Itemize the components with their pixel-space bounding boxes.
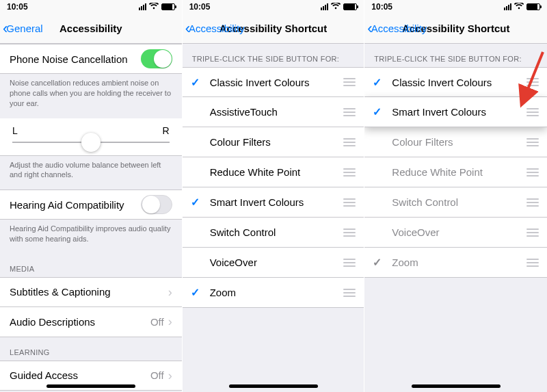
cellular-icon — [504, 3, 511, 10]
wifi-icon — [331, 3, 341, 11]
reorder-handle-icon[interactable] — [343, 259, 356, 267]
row-label: Classic Invert Colours — [392, 77, 492, 88]
checkmark-icon: ✓ — [373, 76, 382, 89]
back-button[interactable]: ‹ General — [0, 21, 43, 36]
shortcut-list: ✓Classic Invert ColoursAssistiveTouchCol… — [183, 67, 364, 308]
row-label: Smart Invert Colours — [210, 196, 304, 208]
list-item[interactable]: AssistiveTouch — [183, 97, 364, 127]
reorder-handle-icon[interactable] — [526, 228, 539, 237]
row-label: Switch Control — [392, 196, 458, 208]
row-label: Smart Invert Colours — [392, 106, 486, 118]
list-item[interactable]: Colour Filters — [364, 127, 547, 157]
row-label: Zoom — [210, 287, 236, 298]
status-bar: 10:05 — [0, 0, 182, 14]
row-label: Reduce White Point — [392, 166, 483, 178]
reorder-handle-icon[interactable] — [343, 168, 356, 177]
switch-noise-cancellation[interactable] — [141, 49, 172, 68]
checkmark-icon: ✓ — [373, 105, 382, 118]
cellular-icon — [139, 3, 146, 10]
row-label: Colour Filters — [210, 136, 271, 148]
pane-accessibility: 10:05 ‹ General Accessibility Phone Nois… — [0, 0, 183, 392]
wifi-icon — [149, 3, 159, 11]
reorder-handle-icon[interactable] — [343, 198, 356, 207]
row-label: Zoom — [392, 257, 418, 268]
list-item[interactable]: VoiceOver — [364, 218, 547, 248]
back-label: Accessibility — [371, 23, 427, 34]
row-label: Classic Invert Colours — [210, 77, 310, 88]
list-item[interactable]: Colour Filters — [183, 127, 364, 157]
row-noise-cancellation[interactable]: Phone Noise Cancellation — [0, 44, 182, 74]
back-button[interactable]: ‹ Accessibility — [364, 21, 427, 36]
list-item[interactable]: Reduce White Point — [364, 157, 547, 187]
list-item[interactable]: Reduce White Point — [183, 157, 364, 187]
status-bar: 10:05 — [183, 0, 364, 14]
wifi-icon — [514, 3, 524, 11]
cellular-icon — [321, 3, 328, 10]
reorder-handle-icon[interactable] — [343, 78, 356, 86]
chevron-right-icon: › — [168, 286, 172, 298]
status-time: 10:05 — [371, 2, 392, 12]
section-header-learning: LEARNING — [0, 337, 182, 361]
home-indicator[interactable] — [229, 384, 318, 388]
reorder-handle-icon[interactable] — [343, 228, 356, 237]
nav-bar: ‹ Accessibility Accessibility Shortcut — [364, 14, 547, 44]
list-item[interactable]: ✓Classic Invert Colours — [183, 67, 364, 97]
list-item[interactable]: VoiceOver — [183, 248, 364, 278]
row-audio-descriptions[interactable]: Audio Descriptions Off› — [0, 307, 182, 337]
reorder-handle-icon[interactable] — [526, 198, 539, 207]
row-hearing-aid[interactable]: Hearing Aid Compatibility — [0, 190, 182, 220]
status-icons — [504, 3, 540, 11]
home-indicator[interactable] — [412, 384, 501, 388]
row-subtitles[interactable]: Subtitles & Captioning › — [0, 277, 182, 307]
pane-shortcut-reorder: 10:05 ‹ Accessibility Accessibility Shor… — [364, 0, 547, 392]
switch-hearing-aid[interactable] — [141, 195, 172, 214]
section-header: TRIPLE-CLICK THE SIDE BUTTON FOR: — [183, 44, 364, 67]
balance-right-label: R — [163, 125, 170, 136]
row-label: VoiceOver — [392, 226, 439, 238]
row-label: Reduce White Point — [210, 166, 301, 178]
row-label: AssistiveTouch — [210, 106, 278, 118]
footer-noise-cancellation: Noise cancellation reduces ambient noise… — [0, 74, 182, 118]
status-time: 10:05 — [189, 2, 211, 12]
row-label: Colour Filters — [392, 136, 453, 148]
reorder-handle-icon[interactable] — [526, 168, 539, 177]
row-label: VoiceOver — [210, 257, 257, 268]
list-item[interactable]: Switch Control — [364, 187, 547, 218]
nav-bar: ‹ Accessibility Accessibility Shortcut — [183, 14, 364, 44]
home-indicator[interactable] — [46, 384, 135, 388]
annotation-arrow-icon — [511, 49, 546, 111]
row-label: Switch Control — [210, 226, 276, 238]
battery-icon — [526, 3, 540, 10]
pane-shortcut-list: 10:05 ‹ Accessibility Accessibility Shor… — [183, 0, 365, 392]
row-audio-balance[interactable]: L R — [0, 118, 182, 156]
row-label: Guided Access — [10, 369, 78, 381]
battery-icon — [161, 3, 175, 10]
reorder-handle-icon[interactable] — [343, 108, 356, 116]
battery-icon — [343, 3, 357, 10]
status-time: 10:05 — [7, 2, 28, 12]
footer-hearing-aid: Hearing Aid Compatibility improves audio… — [0, 220, 182, 254]
reorder-handle-icon[interactable] — [526, 259, 539, 267]
balance-left-label: L — [12, 125, 18, 136]
checkmark-icon: ✓ — [191, 196, 200, 209]
section-header-media: MEDIA — [0, 254, 182, 277]
checkmark-icon: ✓ — [191, 76, 200, 89]
checkmark-icon: ✓ — [373, 256, 382, 269]
list-item[interactable]: Switch Control — [183, 218, 364, 248]
list-item[interactable]: ✓Zoom — [183, 278, 364, 308]
reorder-handle-icon[interactable] — [343, 289, 356, 297]
list-item[interactable]: ✓Zoom — [364, 248, 547, 278]
balance-slider[interactable] — [12, 142, 170, 143]
list-item[interactable]: ✓Smart Invert Colours — [183, 187, 364, 218]
slider-thumb[interactable] — [81, 133, 101, 152]
reorder-handle-icon[interactable] — [343, 138, 356, 146]
footer-balance: Adjust the audio volume balance between … — [0, 156, 182, 190]
back-label: Accessibility — [189, 23, 245, 34]
back-button[interactable]: ‹ Accessibility — [183, 21, 245, 36]
svg-line-0 — [522, 52, 543, 103]
row-label: Subtitles & Captioning — [10, 286, 111, 298]
row-label: Audio Descriptions — [10, 316, 95, 328]
reorder-handle-icon[interactable] — [526, 138, 539, 146]
chevron-right-icon: › — [168, 315, 172, 328]
row-label: Hearing Aid Compatibility — [10, 199, 124, 211]
